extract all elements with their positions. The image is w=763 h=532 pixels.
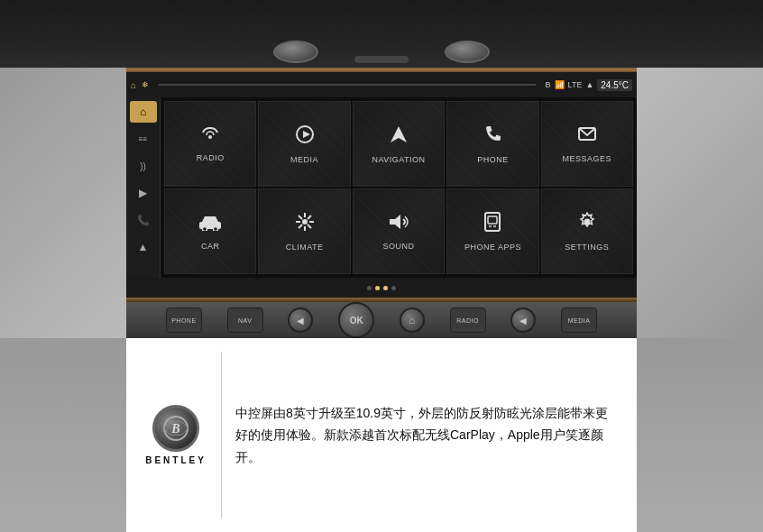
back-knob[interactable]: ◀: [288, 307, 313, 333]
sidebar-item-home[interactable]: ⌂: [130, 101, 157, 123]
home-icon: ⌂: [140, 105, 146, 118]
top-vent: [354, 56, 409, 63]
messages-label: MESSAGES: [563, 154, 612, 163]
messages-icon: [577, 125, 597, 149]
info-text: 中控屏由8英寸升级至10.9英寸，外层的防反射防眩光涂层能带来更好的使用体验。新…: [235, 402, 619, 469]
svg-marker-3: [391, 126, 407, 142]
prev-knob[interactable]: ◀: [510, 307, 536, 333]
home-knob[interactable]: ⌂: [400, 307, 425, 333]
bottom-info-area: B BENTLEY 中控屏由8英寸升级至10.9英寸，外层的防反射防眩光涂层能带…: [0, 338, 763, 532]
media-btn-face[interactable]: MEDIA: [561, 307, 597, 333]
main-grid: RADIO MEDIA: [161, 97, 637, 278]
prev-button[interactable]: ◀: [510, 307, 536, 333]
grid-item-sound[interactable]: SOUND: [353, 188, 445, 274]
sound-label: SOUND: [382, 242, 414, 251]
svg-point-0: [208, 135, 212, 139]
svg-marker-17: [390, 215, 400, 229]
grid-item-messages[interactable]: MESSAGES: [541, 101, 633, 187]
settings-label: SETTINGS: [565, 243, 609, 252]
phone-apps-icon: [483, 212, 502, 237]
radio-button[interactable]: RADIO: [450, 307, 486, 333]
nav-btn-label: NAV: [238, 317, 252, 324]
grid-item-climate[interactable]: CLIMATE: [258, 188, 350, 274]
top-knob-left[interactable]: [273, 41, 318, 63]
sidebar-item-menu[interactable]: ≡≡: [130, 128, 157, 150]
radio-btn-label: RADIO: [456, 317, 479, 324]
sidebar-item-media[interactable]: ▶: [130, 182, 157, 204]
media-icon: [295, 124, 315, 150]
phone-btn-label: PHONE: [171, 317, 196, 324]
info-content: B BENTLEY 中控屏由8英寸升级至10.9英寸，外层的防反射防眩光涂层能带…: [126, 338, 637, 532]
navigation-icon: [389, 124, 409, 150]
page-dot-4: [391, 286, 396, 290]
nav-btn-face[interactable]: NAV: [227, 307, 263, 333]
lte-icon: LTE: [568, 80, 583, 89]
svg-rect-19: [488, 216, 497, 224]
phone-icon: 📞: [137, 215, 150, 226]
grid-item-phone[interactable]: PHONE: [446, 101, 538, 187]
grid-item-navigation[interactable]: NAVIGATION: [353, 101, 445, 187]
wireless-icon: )): [140, 161, 146, 171]
media-btn-label: MEDIA: [568, 317, 591, 324]
settings-icon: [577, 212, 597, 237]
page-dot-1: [367, 286, 372, 290]
signal-icon: 📶: [555, 80, 565, 89]
nav-button[interactable]: NAV: [227, 307, 263, 333]
main-layout: ⌂ ❄ B 📶 LTE ▲ 24.5°C: [0, 0, 763, 532]
physical-buttons-row: PHONE NAV ◀ OK: [126, 302, 637, 338]
top-knob-right[interactable]: [445, 41, 490, 63]
bentley-logo: B BENTLEY: [144, 405, 207, 465]
phone-btn-face[interactable]: PHONE: [166, 307, 202, 333]
temperature-display: 24.5°C: [597, 79, 632, 91]
radio-btn-face[interactable]: RADIO: [450, 307, 486, 333]
nav-icon: ▲: [138, 241, 149, 253]
grid-item-settings[interactable]: SETTINGS: [541, 188, 633, 274]
top-area: [0, 0, 763, 68]
sidebar-item-wireless[interactable]: )): [130, 155, 157, 177]
svg-line-13: [299, 216, 302, 219]
status-bar: ⌂ ❄ B 📶 LTE ▲ 24.5°C: [126, 72, 637, 97]
status-divider: [159, 84, 535, 86]
ok-button[interactable]: OK: [338, 302, 374, 338]
page-dot-3: [383, 286, 388, 290]
sidebar-item-nav[interactable]: ▲: [130, 236, 157, 258]
home-status-icon: ⌂: [131, 80, 136, 90]
car-icon: [198, 213, 222, 236]
svg-point-6: [203, 226, 207, 231]
home-button[interactable]: ⌂: [400, 307, 425, 333]
phone-button[interactable]: PHONE: [166, 307, 202, 333]
logo-emblem: B: [152, 405, 199, 452]
svg-text:B: B: [170, 422, 179, 436]
ok-label: OK: [350, 316, 363, 326]
sidebar-item-phone[interactable]: 📞: [130, 209, 157, 231]
svg-point-7: [214, 226, 218, 231]
grid-item-car[interactable]: CAR: [164, 188, 256, 274]
climate-icon: [295, 212, 315, 237]
grid-item-radio[interactable]: RADIO: [164, 101, 256, 187]
svg-line-16: [299, 225, 302, 228]
grid-item-phone-apps[interactable]: PHONE APPS: [446, 188, 538, 274]
screen-bottom-bar: [126, 278, 637, 298]
back-button[interactable]: ◀: [288, 307, 313, 333]
middle-row: ⌂ ❄ B 📶 LTE ▲ 24.5°C: [0, 68, 763, 338]
fan-icon: ❄: [142, 80, 149, 89]
brand-name: BENTLEY: [145, 455, 207, 465]
page-dot-2: [375, 286, 380, 290]
info-text-block: 中控屏由8英寸升级至10.9英寸，外层的防反射防眩光涂层能带来更好的使用体验。新…: [235, 402, 619, 469]
back-icon: ◀: [297, 316, 304, 326]
left-panel: [0, 68, 126, 338]
menu-icon: ≡≡: [139, 135, 147, 143]
svg-line-15: [308, 216, 311, 219]
phone-label: PHONE: [477, 155, 509, 164]
media-button[interactable]: MEDIA: [561, 307, 597, 333]
phone-apps-label: PHONE APPS: [464, 243, 521, 252]
bluetooth-icon: B: [546, 80, 551, 89]
climate-label: CLIMATE: [286, 243, 324, 252]
info-divider: [221, 352, 222, 518]
navigation-label: NAVIGATION: [372, 155, 425, 164]
status-right: B 📶 LTE ▲ 24.5°C: [546, 79, 632, 91]
grid-item-media[interactable]: MEDIA: [258, 101, 350, 187]
ok-knob[interactable]: OK: [338, 302, 374, 338]
home-icon-btn: ⌂: [409, 315, 416, 326]
bottom-right-panel: [637, 338, 763, 532]
